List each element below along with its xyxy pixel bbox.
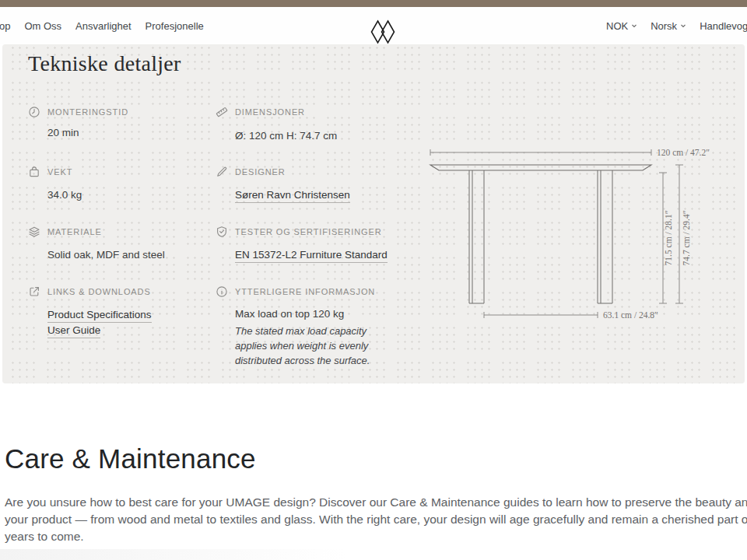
nav-shop[interactable]: Shop bbox=[0, 20, 10, 32]
spec-label: TESTER OG SERTIFISERINGER bbox=[235, 227, 382, 236]
spec-value: Solid oak, MDF and steel bbox=[47, 247, 207, 262]
dim-width-label: 120 cm / 47.2″ bbox=[657, 148, 710, 157]
spec-weight: VEKT 34.0 kg bbox=[28, 166, 207, 202]
spec-label: DESIGNER bbox=[235, 167, 286, 177]
umage-logo[interactable] bbox=[370, 19, 395, 44]
spec-label: MONTERINGSTID bbox=[47, 107, 128, 117]
page: Shop Om Oss Ansvarlighet Profesjonelle N… bbox=[0, 0, 747, 560]
spec-value: Max load on top 120 kg bbox=[235, 306, 395, 321]
care-body-line: your product — from wood and metal to te… bbox=[5, 511, 747, 528]
spec-assembly-time: MONTERINGSTID 20 min bbox=[28, 106, 207, 140]
ruler-icon bbox=[216, 106, 228, 118]
language-label: Norsk bbox=[651, 20, 677, 32]
nav-profesjonelle[interactable]: Profesjonelle bbox=[146, 20, 204, 32]
weight-icon bbox=[28, 166, 40, 178]
dim-total-height-label: 74.7 cm / 29.4″ bbox=[682, 210, 691, 265]
spec-dimensions: DIMENSJONER Ø: 120 cm H: 74.7 cm bbox=[216, 106, 395, 143]
logo-diamonds-icon bbox=[370, 19, 395, 44]
spec-label: VEKT bbox=[47, 167, 72, 177]
dim-leg-height-label: 71.5 cm / 28.1″ bbox=[664, 210, 673, 265]
spec-label: MATERIALE bbox=[47, 227, 102, 236]
currency-label: NOK bbox=[606, 20, 628, 32]
currency-selector[interactable]: NOK bbox=[606, 20, 637, 32]
shield-check-icon bbox=[216, 226, 228, 238]
care-body: Are you unsure how to best care for your… bbox=[5, 494, 747, 545]
user-guide-link[interactable]: User Guide bbox=[47, 324, 100, 338]
language-selector[interactable]: Norsk bbox=[651, 20, 686, 32]
spec-designer: DESIGNER Søren Ravn Christensen bbox=[216, 166, 395, 203]
external-link-icon bbox=[28, 285, 40, 298]
spec-value: 34.0 kg bbox=[47, 187, 207, 202]
chevron-down-icon bbox=[680, 23, 686, 29]
spec-value: Ø: 120 cm H: 74.7 cm bbox=[235, 128, 395, 143]
spec-certifications: TESTER OG SERTIFISERINGER EN 15372-L2 Fu… bbox=[216, 226, 395, 263]
spec-additional-info: YTTERLIGERE INFORMASJON Max load on top … bbox=[216, 285, 395, 368]
pencil-icon bbox=[216, 166, 228, 178]
care-title: Care & Maintenance bbox=[5, 443, 256, 474]
info-icon bbox=[216, 285, 228, 298]
spec-value: 20 min bbox=[47, 125, 207, 140]
spec-label: YTTERLIGERE INFORMASJON bbox=[235, 287, 375, 296]
spec-material: MATERIALE Solid oak, MDF and steel bbox=[28, 226, 207, 262]
cart-button[interactable]: Handlevogn (0) bbox=[700, 20, 747, 32]
nav-ansvarlighet[interactable]: Ansvarlighet bbox=[75, 20, 132, 32]
bottom-fade bbox=[0, 549, 366, 560]
care-body-line: Are you unsure how to best care for your… bbox=[5, 494, 747, 511]
clock-icon bbox=[28, 106, 40, 118]
product-specifications-link[interactable]: Product Specifications bbox=[47, 309, 152, 323]
table-technical-drawing: 120 cm / 47.2″ 71.5 cm / 28.1″ 74.7 cm bbox=[424, 144, 745, 331]
care-body-line: years to come. bbox=[5, 528, 747, 545]
main-navigation: Shop Om Oss Ansvarlighet Profesjonelle N… bbox=[0, 7, 747, 44]
chevron-down-icon bbox=[631, 23, 637, 29]
designer-link[interactable]: Søren Ravn Christensen bbox=[235, 189, 350, 203]
spec-label: DIMENSJONER bbox=[235, 107, 305, 117]
dim-leg-span-label: 63.1 cm / 24.8″ bbox=[603, 310, 658, 320]
certification-link[interactable]: EN 15372-L2 Furniture Standard bbox=[235, 249, 388, 263]
technical-details-panel: Tekniske detaljer MONTERINGSTID 20 min V… bbox=[2, 44, 745, 383]
spec-links-downloads: LINKS & DOWNLOADS Product Specifications… bbox=[28, 285, 207, 338]
top-accent-bar bbox=[0, 0, 747, 7]
layers-icon bbox=[28, 226, 40, 238]
panel-title: Tekniske detaljer bbox=[28, 51, 181, 76]
nav-om-oss[interactable]: Om Oss bbox=[24, 20, 61, 32]
nav-right: NOK Norsk Handlevogn (0) bbox=[606, 20, 747, 32]
spec-label: LINKS & DOWNLOADS bbox=[47, 287, 151, 296]
nav-left: Shop Om Oss Ansvarlighet Profesjonelle bbox=[0, 20, 204, 32]
spec-note: The stated max load capacity applies whe… bbox=[235, 324, 375, 368]
